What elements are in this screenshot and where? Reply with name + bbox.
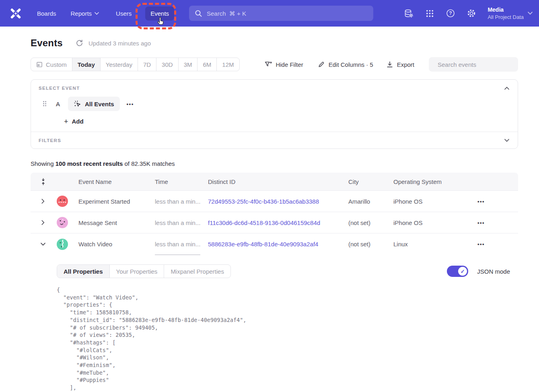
events-table: Event Name Time Distinct ID City Operati…	[31, 173, 518, 392]
refresh-button[interactable]	[76, 39, 83, 47]
cell-event-name: Watch Video	[74, 241, 155, 248]
mixpanel-logo-icon[interactable]	[9, 7, 23, 19]
expand-row-button[interactable]	[41, 199, 45, 204]
export-download-icon	[386, 61, 393, 68]
global-search	[189, 6, 373, 21]
top-nav: Boards Reports Users Events	[0, 0, 539, 27]
settings-gear-icon[interactable]	[467, 8, 476, 18]
column-header-event-name[interactable]: Event Name	[74, 178, 155, 185]
calendar-icon	[36, 61, 43, 68]
help-icon[interactable]: ?	[446, 8, 455, 18]
nav-item-reports-label: Reports	[71, 10, 92, 17]
table-row-expanded: Watch Video less than a min... 5886283e-…	[31, 233, 518, 255]
event-detail-panel: All Properties Your Properties Mixpanel …	[31, 255, 518, 392]
export-button[interactable]: Export	[386, 61, 414, 68]
project-name: Media	[488, 6, 524, 14]
date-range-12m[interactable]: 12M	[217, 58, 239, 71]
add-event-button[interactable]: + Add	[64, 118, 84, 125]
collapse-section-button[interactable]	[504, 87, 509, 90]
events-search-input[interactable]	[438, 61, 518, 68]
row-menu-button[interactable]: •••	[477, 241, 518, 247]
last-updated-text: Updated 3 minutes ago	[88, 40, 151, 47]
filters-label: FILTERS	[39, 138, 61, 143]
project-selector[interactable]: Media All Project Data	[488, 6, 533, 21]
cell-distinct-id-link[interactable]: 72d49553-25fc-4f0c-b436-1b5ac6ab3388	[208, 198, 348, 205]
summary-suffix: of 82.35K matches	[123, 160, 175, 167]
query-builder-card: SELECT EVENT A All Events	[31, 79, 518, 149]
date-range-30d[interactable]: 30D	[156, 58, 179, 71]
nav-item-users[interactable]: Users	[116, 10, 132, 17]
page-title: Events	[31, 37, 63, 49]
nav-item-boards[interactable]: Boards	[37, 10, 56, 17]
date-range-yesterday[interactable]: Yesterday	[101, 58, 138, 71]
drag-handle[interactable]	[43, 101, 47, 107]
table-row: Message Sent less than a min... f11c30d6…	[31, 212, 518, 233]
apps-grid-icon[interactable]	[425, 8, 434, 18]
event-json-payload: { "event": "Watch Video", "properties": …	[57, 286, 510, 392]
cell-os: iPhone OS	[393, 198, 477, 205]
hide-filter-label: Hide Filter	[276, 61, 303, 68]
tab-your-properties[interactable]: Your Properties	[110, 265, 165, 278]
cell-event-name: Message Sent	[74, 219, 155, 226]
column-header-time[interactable]: Time	[155, 178, 208, 185]
project-scope: All Project Data	[488, 14, 524, 21]
cell-city: (not set)	[348, 241, 393, 248]
column-header-distinct-id[interactable]: Distinct ID	[208, 178, 348, 185]
nav-item-events[interactable]: Events	[145, 6, 174, 21]
global-search-input[interactable]	[207, 10, 368, 17]
summary-prefix: Showing	[31, 160, 56, 167]
summary-highlight: 100 most recent results	[56, 160, 123, 167]
expand-filters-button[interactable]	[504, 139, 509, 142]
json-mode-toggle[interactable]: ✓	[447, 266, 468, 277]
event-avatar	[57, 239, 68, 250]
cell-os: Linux	[393, 241, 477, 248]
sort-rows-icon[interactable]	[41, 178, 46, 186]
cell-time: less than a min...	[155, 241, 208, 248]
edit-columns-button[interactable]: Edit Columns · 5	[318, 61, 373, 68]
wand-cursor-icon	[74, 100, 81, 108]
date-range-today[interactable]: Today	[72, 58, 101, 71]
json-mode-label: JSON mode	[477, 268, 510, 275]
properties-tabs: All Properties Your Properties Mixpanel …	[57, 264, 231, 278]
date-range-3m[interactable]: 3M	[179, 58, 198, 71]
nav-right-group: ? Media All Project Data	[404, 0, 533, 27]
cell-distinct-id-link[interactable]: f11c30d6-dc6d-4518-9136-0d046159c84d	[208, 219, 348, 226]
row-menu-button[interactable]: •••	[477, 198, 518, 204]
tab-mixpanel-properties[interactable]: Mixpanel Properties	[164, 265, 230, 278]
date-range-7d[interactable]: 7D	[138, 58, 156, 71]
results-summary: Showing 100 most recent results of 82.35…	[31, 160, 518, 167]
edit-columns-label: Edit Columns · 5	[329, 61, 373, 68]
column-header-os[interactable]: Operating System	[393, 178, 477, 185]
chevron-down-icon	[95, 12, 99, 15]
cell-distinct-id-link[interactable]: 5886283e-e9fb-48fb-81de-40e9093a2af4	[208, 241, 348, 248]
add-label: Add	[72, 118, 84, 125]
main-content: Events Updated 3 minutes ago Custom Toda…	[31, 37, 518, 392]
event-selector-button[interactable]: All Events	[68, 97, 120, 111]
event-options-button[interactable]: •••	[127, 101, 134, 107]
nav-item-reports[interactable]: Reports	[71, 10, 99, 17]
date-range-label: Custom	[46, 61, 67, 68]
search-icon	[195, 10, 202, 17]
date-range-6m[interactable]: 6M	[197, 58, 217, 71]
select-event-label: SELECT EVENT	[39, 86, 80, 91]
column-resize-indicator	[155, 254, 200, 255]
chevron-down-icon	[528, 12, 533, 15]
event-avatar	[57, 217, 68, 228]
cell-city: Amarillo	[348, 198, 393, 205]
data-management-icon[interactable]	[404, 8, 414, 18]
export-label: Export	[397, 61, 414, 68]
date-range-custom[interactable]: Custom	[31, 58, 72, 71]
hide-filter-button[interactable]: Hide Filter	[264, 61, 303, 68]
cell-os: iPhone OS	[393, 219, 477, 226]
tab-all-properties[interactable]: All Properties	[57, 265, 110, 278]
expand-row-button[interactable]	[41, 220, 45, 225]
collapse-row-button[interactable]	[41, 243, 45, 246]
row-menu-button[interactable]: •••	[477, 220, 518, 226]
column-header-city[interactable]: City	[348, 178, 393, 185]
event-avatar	[57, 196, 68, 207]
toggle-check-icon: ✓	[458, 267, 467, 276]
events-search	[429, 57, 518, 72]
table-header: Event Name Time Distinct ID City Operati…	[31, 173, 518, 191]
cell-city: (not set)	[348, 219, 393, 226]
table-row: Experiment Started less than a min... 72…	[31, 191, 518, 212]
